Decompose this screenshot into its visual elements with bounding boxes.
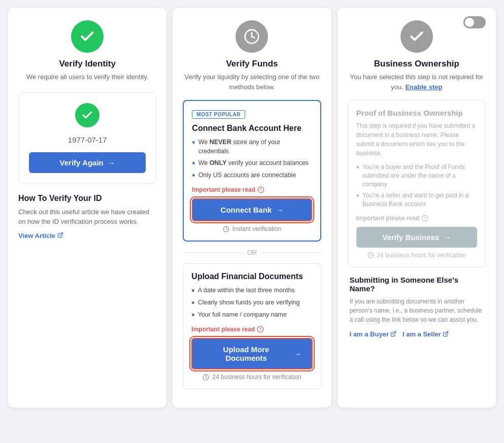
identity-subtitle: We require all users to verify their ide… [26,72,149,82]
verify-identity-column: Verify Identity We require all users to … [8,8,166,407]
enable-step-label: Enable step [405,83,442,91]
bullet-item: • We ONLY verify your account balances [192,159,312,168]
bullet-dot: • [192,138,195,147]
how-to-section: How To Verify Your ID Check out this use… [18,194,156,240]
verify-again-button[interactable]: Verify Again → [29,152,146,173]
verify-business-arrow: → [443,233,451,242]
buyer-label: I am a Buyer [350,330,389,338]
upload-docs-label: Upload More Documents [203,345,289,362]
bullet-dot: • [191,298,194,308]
col2-header: Verify Funds Verify your liquidity by se… [183,20,321,92]
upload-documents-button[interactable]: Upload More Documents → [191,338,312,369]
seller-link[interactable]: I am a Seller [402,330,449,338]
view-article-icon [57,232,63,240]
business-toggle[interactable] [463,16,486,28]
verify-card-check-icon [75,103,99,127]
connect-bank-label: Connect Bank [221,206,272,214]
upload-important-label: Important please read [191,326,255,333]
business-hours-verify: 24 business hours for verification [356,252,477,259]
verify-card: 1977-07-17 Verify Again → [18,92,156,184]
how-to-title: How To Verify Your ID [18,194,156,203]
verify-date: 1977-07-17 [68,135,107,144]
bullet-dot: • [192,159,195,168]
bullet-text: A date within the last three months [198,286,295,295]
col1-header: Verify Identity We require all users to … [18,20,156,82]
svg-line-15 [445,332,448,335]
proof-bullets: • You're a buyer and the Proof of Funds … [356,163,477,209]
upload-docs-card: Upload Financial Documents • A date with… [183,263,321,389]
connect-important-read: Important please read [192,186,312,193]
view-article-label: View Article [18,232,55,240]
hours-verify: 24 business hours for verification [191,373,312,381]
verify-funds-column: Verify Funds Verify your liquidity by se… [173,8,331,407]
upload-docs-title: Upload Financial Documents [191,272,312,281]
or-label: OR [247,249,257,256]
bullet-item: • Clearly show funds you are verifying [191,298,312,308]
upload-docs-arrow: → [294,350,301,358]
verify-again-label: Verify Again [60,158,104,167]
instant-verify: Instant verification [192,225,312,232]
submitting-title: Submitting in Someone Else's Name? [350,276,484,293]
proof-dot: • [356,163,359,172]
proof-bullet-item: • You're a buyer and the Proof of Funds … [356,163,477,188]
most-popular-badge: MOST POPULAR [192,110,245,119]
identity-check-icon [71,20,104,53]
bullet-dot: • [191,286,194,295]
toggle-container [463,16,486,28]
connect-bank-button[interactable]: Connect Bank → [192,198,312,221]
business-hours-label: 24 business hours for verification [377,252,466,259]
proof-text: This step is required if you have submit… [356,121,477,158]
upload-important-read: Important please read [191,326,312,333]
upload-docs-bullets: • A date within the last three months • … [191,286,312,320]
verify-business-button[interactable]: Verify Business → [356,227,477,248]
connect-important-label: Important please read [192,186,255,193]
bullet-text: Your full name / company name [198,311,287,320]
seller-label: I am a Seller [402,330,441,338]
instant-label: Instant verification [232,225,282,232]
verify-business-label: Verify Business [382,233,439,242]
bullet-item: • Your full name / company name [191,311,312,320]
proof-bullet-text: You're a buyer and the Proof of Funds su… [362,163,477,188]
or-divider: OR [183,249,321,256]
proof-bullet-text: You're a seller and want to get paid in … [362,191,477,209]
enable-step-link[interactable]: Enable step [405,83,442,91]
proof-title: Proof of Business Ownership [356,109,477,117]
submitting-section: Submitting in Someone Else's Name? If yo… [348,276,486,338]
bullet-dot: • [192,171,195,180]
verify-again-arrow: → [108,158,115,167]
business-title: Business Ownership [374,59,459,69]
business-subtitle: You have selected this step is not requi… [348,72,486,92]
business-ownership-column: Business Ownership You have selected thi… [338,8,496,407]
proof-important-read: Important please read [356,215,477,222]
view-article-link[interactable]: View Article [18,232,156,240]
bullet-item: • A date within the last three months [191,286,312,295]
funds-clock-icon [236,20,268,53]
proof-important-label: Important please read [356,215,420,222]
proof-bullet-item: • You're a seller and want to get paid i… [356,191,477,209]
hours-label: 24 business hours for verification [212,373,301,381]
submitting-text: If you are submitting documents in anoth… [350,297,484,324]
funds-subtitle: Verify your liquidity by selecting one o… [183,72,321,92]
buyer-seller-links: I am a Buyer I am a Seller [350,330,484,338]
how-to-text: Check out this useful article we have cr… [18,207,156,227]
connect-bank-arrow: → [276,206,283,214]
bullet-item: • We NEVER store any of your credentials [192,138,312,156]
bullet-text: Only US accounts are connectable [198,171,296,180]
proof-dot: • [356,191,359,200]
business-check-icon [400,20,433,53]
buyer-link[interactable]: I am a Buyer [350,330,396,338]
bullet-item: • Only US accounts are connectable [192,171,312,180]
connect-bank-card: MOST POPULAR Connect Bank Account Here •… [183,100,321,242]
bullet-text: We NEVER store any of your credentials [198,138,312,156]
connect-bank-title: Connect Bank Account Here [192,124,312,133]
col3-header: Business Ownership You have selected thi… [348,20,486,92]
identity-title: Verify Identity [59,59,115,69]
connect-bank-bullets: • We NEVER store any of your credentials… [192,138,312,180]
bullet-text: We ONLY verify your account balances [198,159,309,168]
svg-line-0 [60,232,63,235]
bullet-dot: • [191,311,194,320]
proof-section: Proof of Business Ownership This step is… [348,100,486,267]
svg-line-14 [393,332,396,335]
bullet-text: Clearly show funds you are verifying [198,298,300,308]
funds-title: Verify Funds [226,59,278,69]
